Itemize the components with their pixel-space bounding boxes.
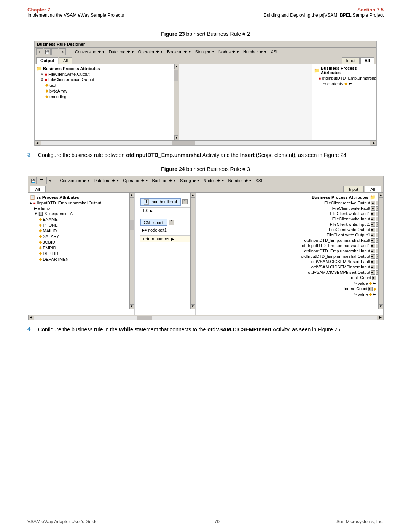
brd2-dropdown-operator[interactable]: Operator ★ ▼ <box>122 178 149 184</box>
cnt-box: CNT count <box>140 219 167 226</box>
brd-toolbar: + 💾 ☰ ✕ Conversion ★ ▼ Datetime ★ ▼ Oper… <box>35 48 376 56</box>
r-diamond1: ◆ <box>369 281 372 286</box>
r-btn9[interactable]: ■ <box>371 222 375 227</box>
toolbar-icon-close[interactable]: ✕ <box>59 48 66 55</box>
item4-label: byteArray <box>49 89 67 93</box>
brd2-icon-save[interactable]: 💾 <box>30 177 37 184</box>
diamond-deptid: ◆ <box>39 251 42 256</box>
left-tree-root: 📁 Business Process Attributes <box>36 66 177 72</box>
dropdown-xsi[interactable]: XSI <box>269 49 279 54</box>
r-btn30[interactable]: ■ <box>368 287 373 291</box>
brd2-left-root-label: ss Process Attributes <box>37 195 80 200</box>
toolbar-icon-new[interactable]: + <box>36 48 43 55</box>
tab-all-left[interactable]: All <box>59 57 72 64</box>
dropdown-string[interactable]: String ★ ▼ <box>194 49 216 55</box>
right-tree-item2: ↪ contents ◆ ⬅ <box>323 81 375 86</box>
brd2-icon-close[interactable]: ✕ <box>46 177 53 184</box>
file-icon-u: ■ <box>33 201 36 205</box>
brd2-dropdown-xsi[interactable]: XSI <box>254 178 263 183</box>
fig24-label: Figure 24 <box>161 166 185 172</box>
brd2-dropdown-number[interactable]: Number ★ ▼ <box>227 178 253 184</box>
brd2-dropdown-nodes[interactable]: Nodes ★ ▼ <box>202 178 226 184</box>
toolbar-icon-save[interactable]: 💾 <box>44 48 51 55</box>
dropdown-boolean[interactable]: Boolean ★ ▼ <box>166 49 192 55</box>
seq-label: X_sequence_A <box>44 211 73 216</box>
r-scroll-down[interactable]: ▼ <box>379 304 383 309</box>
scroll-left-arrow[interactable]: ◀ <box>35 141 40 146</box>
tab-all-right[interactable]: All <box>360 57 374 64</box>
r-item-vsam-fault: otdVSAM.CICSEMPInsert.Fault ■ → <box>197 259 382 264</box>
tab-output[interactable]: Output <box>36 57 58 64</box>
expand-icon-emp: ▶ <box>34 206 37 210</box>
brd2-left-vscroll[interactable]: ▲ ▼ <box>129 193 134 309</box>
step4: 4 Configure the business rule in the Whi… <box>27 326 384 334</box>
dropdown-conversion[interactable]: Conversion ★ ▼ <box>74 49 106 55</box>
r-btn23[interactable]: ■ <box>371 260 375 264</box>
r-btn15[interactable]: ■ <box>371 238 375 243</box>
brd2-scroll-left[interactable]: ◀ <box>28 315 33 320</box>
brd2-tabs: All Input All <box>28 185 383 193</box>
brd2-dropdown-datetime[interactable]: Datetime ★ ▼ <box>92 178 120 184</box>
brd2-tab-all-right[interactable]: All <box>365 186 381 192</box>
scroll-right-arrow[interactable]: ▶ <box>371 141 376 146</box>
r-btn7[interactable]: ■ <box>371 217 375 221</box>
value-10: 1.0 <box>143 208 148 213</box>
r-btn25[interactable]: ■ <box>371 265 375 269</box>
toolbar-icon-layout[interactable]: ☰ <box>51 48 58 55</box>
brd2-sep <box>56 177 56 184</box>
brd2-icon-layout[interactable]: ☰ <box>38 177 45 184</box>
brd2-dropdown-string[interactable]: String ★ ▼ <box>179 178 201 184</box>
r-btn17[interactable]: ■ <box>371 244 375 248</box>
node-set-label: node-set1 <box>148 228 167 232</box>
brd2-scroll-right[interactable]: ▶ <box>378 315 383 320</box>
left-tree-item4: ◆ byteArray <box>45 88 177 94</box>
brd2-tab-input[interactable]: Input <box>343 186 364 192</box>
brd2-center-panel: 1 number literal ^ 1.0 ▶ CNT count ^ <box>135 193 196 315</box>
r-btn19[interactable]: ■ <box>371 249 375 253</box>
dropdown-operator[interactable]: Operator ★ ▼ <box>137 49 164 55</box>
step4-num: 4 <box>27 326 33 332</box>
right-item1-label: otdInputDTD_Emp.unmarshal.Input <box>322 76 376 80</box>
c-scroll-down[interactable]: ▼ <box>191 304 195 309</box>
r-item-otdoutput: otdInputDTD_Emp.unmarshal.Output ■ → <box>197 254 382 259</box>
center-empty <box>179 64 312 140</box>
dropdown-datetime[interactable]: Datetime ★ ▼ <box>108 49 135 55</box>
brd2-center-vscroll[interactable]: ▲ ▼ <box>190 193 195 309</box>
r-btn5[interactable]: ■ <box>371 212 375 216</box>
r-item-vsam-input: otdVSAM.CICSEMPInsert.Input ■ → <box>197 264 382 270</box>
scroll-down-arrow[interactable]: ▼ <box>174 135 178 140</box>
brd2-dropdown-conversion[interactable]: Conversion ★ ▼ <box>59 178 91 184</box>
c-scroll-up[interactable]: ▲ <box>191 193 195 198</box>
tab-spacer <box>73 57 342 64</box>
value-10-row: 1.0 ▶ <box>140 207 190 214</box>
r-btn13[interactable]: ■ <box>371 233 375 237</box>
brd2-dropdown-boolean[interactable]: Boolean ★ ▼ <box>151 178 177 184</box>
dropdown-nodes[interactable]: Nodes ★ ▼ <box>217 49 241 55</box>
left-vscroll[interactable]: ▲ ▼ <box>174 64 179 140</box>
folder-icon: 📁 <box>36 66 42 71</box>
r-writefault1-label: FileClient.write.Fault1 <box>330 211 370 216</box>
brd2-tab-all-left[interactable]: All <box>30 186 46 192</box>
brd2-scroll-up[interactable]: ▲ <box>130 193 134 198</box>
dropdown-number[interactable]: Number ★ ▼ <box>242 49 268 55</box>
r-vsam-input-label: otdVSAM.CICSEMPInsert.Input <box>311 265 370 269</box>
return-row: return number ▶ <box>140 235 190 242</box>
r-total-count-label: Total_Count <box>349 275 371 280</box>
expand-btn[interactable]: ^ <box>182 199 188 204</box>
r-btn3[interactable]: ■ <box>371 206 375 211</box>
r-btn11[interactable]: ■ <box>371 228 375 232</box>
unmarshal-label: IInputDTD_Emp.unmarshal.Output <box>37 201 101 205</box>
cnt-expand-btn[interactable]: ^ <box>169 220 174 225</box>
brd2-empid: ◆ EMPID <box>39 245 133 251</box>
r-btn29[interactable]: ■ <box>372 276 376 280</box>
deptid-label: DEPTID <box>43 251 58 256</box>
tab-input[interactable]: Input <box>342 57 359 64</box>
r-scroll-up[interactable]: ▲ <box>379 193 383 198</box>
brd2-right-vscroll[interactable]: ▲ ▼ <box>378 193 383 309</box>
scroll-up-arrow[interactable]: ▲ <box>174 64 178 69</box>
brd2-scroll-down[interactable]: ▼ <box>130 304 134 309</box>
brd2-left-panel: 📋 ss Process Attributes ▶ ■ IInputDTD_Em… <box>28 193 135 315</box>
r-btn1[interactable]: ■ <box>371 201 375 205</box>
r-btn27[interactable]: ■ <box>371 270 375 275</box>
r-btn21[interactable]: ■ <box>371 254 375 259</box>
